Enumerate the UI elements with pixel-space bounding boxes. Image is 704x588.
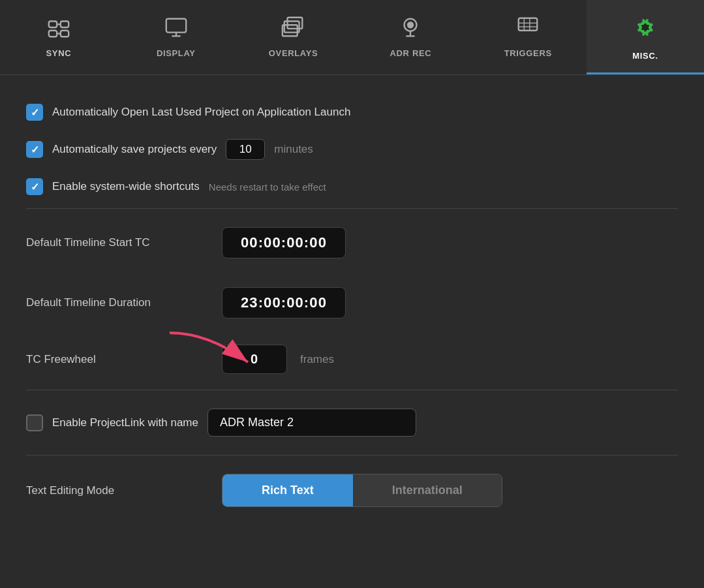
overlays-icon — [281, 15, 306, 43]
tc-freewheel-row: TC Freewheel 0 frames — [26, 333, 678, 386]
timeline-start-value[interactable]: 00:00:00:00 — [222, 227, 346, 258]
divider-2 — [26, 390, 678, 390]
svg-rect-1 — [61, 21, 69, 27]
projectlink-row: Enable ProjectLink with name — [26, 394, 678, 451]
svg-point-24 — [647, 28, 649, 30]
auto-save-row: ✓ Automatically save projects every minu… — [26, 130, 678, 169]
shortcuts-checkbox[interactable]: ✓ — [26, 178, 43, 195]
projectlink-label: Enable ProjectLink with name — [52, 416, 198, 429]
display-icon — [164, 15, 189, 43]
tc-freewheel-value[interactable]: 0 — [222, 345, 287, 374]
tab-misc-label: MISC. — [632, 51, 658, 61]
svg-point-27 — [641, 25, 643, 27]
projectlink-input[interactable] — [207, 409, 416, 437]
svg-rect-4 — [61, 30, 69, 37]
timeline-start-label: Default Timeline Start TC — [26, 236, 209, 249]
sync-icon — [46, 15, 71, 43]
auto-open-checkbox[interactable]: ✓ — [26, 104, 43, 121]
triggers-icon — [515, 15, 540, 43]
tc-freewheel-unit: frames — [300, 353, 334, 366]
text-mode-international-button[interactable]: International — [353, 474, 502, 506]
tc-freewheel-label: TC Freewheel — [26, 353, 209, 366]
svg-rect-0 — [49, 21, 57, 27]
svg-point-13 — [408, 22, 414, 27]
tab-overlays[interactable]: OVERLAYS — [235, 0, 352, 74]
tab-adr-rec[interactable]: ADR REC — [352, 0, 469, 74]
svg-point-23 — [647, 25, 649, 27]
misc-icon — [630, 12, 660, 46]
divider-3 — [26, 455, 678, 456]
svg-rect-3 — [49, 30, 57, 37]
tab-display-label: DISPLAY — [157, 48, 196, 58]
content-area: ✓ Automatically Open Last Used Project o… — [0, 75, 704, 541]
tab-triggers[interactable]: TRIGGERS — [469, 0, 587, 74]
tab-bar: SYNC DISPLAY OVERLAYS — [0, 0, 704, 75]
auto-save-checkbox[interactable]: ✓ — [26, 141, 43, 158]
svg-rect-9 — [287, 17, 302, 28]
tab-adr-rec-label: ADR REC — [390, 48, 432, 58]
timeline-duration-row: Default Timeline Duration 23:00:00:00 — [26, 273, 678, 333]
tab-sync[interactable]: SYNC — [0, 0, 117, 74]
auto-open-row: ✓ Automatically Open Last Used Project o… — [26, 95, 678, 130]
auto-save-input[interactable] — [226, 139, 265, 160]
tab-triggers-label: TRIGGERS — [504, 48, 552, 58]
shortcuts-row: ✓ Enable system-wide shortcuts Needs res… — [26, 169, 678, 204]
tab-overlays-label: OVERLAYS — [269, 48, 318, 58]
tab-sync-label: SYNC — [46, 48, 72, 58]
auto-save-unit: minutes — [274, 143, 313, 156]
text-mode-row: Text Editing Mode Rich Text Internationa… — [26, 459, 678, 521]
timeline-duration-label: Default Timeline Duration — [26, 296, 209, 309]
auto-open-label: Automatically Open Last Used Project on … — [52, 106, 350, 119]
projectlink-checkbox[interactable] — [26, 414, 43, 431]
auto-save-label: Automatically save projects every — [52, 143, 217, 156]
tab-misc[interactable]: MISC. — [587, 0, 704, 74]
text-mode-rich-button[interactable]: Rich Text — [222, 474, 353, 506]
svg-rect-16 — [519, 18, 538, 30]
shortcuts-label: Enable system-wide shortcuts — [52, 180, 200, 193]
svg-point-26 — [641, 28, 643, 30]
timeline-start-row: Default Timeline Start TC 00:00:00:00 — [26, 213, 678, 273]
timeline-duration-value[interactable]: 23:00:00:00 — [222, 287, 346, 318]
svg-point-22 — [645, 23, 647, 25]
divider-1 — [26, 208, 678, 209]
svg-rect-6 — [166, 18, 186, 32]
svg-point-25 — [645, 29, 647, 31]
shortcuts-note: Needs restart to take effect — [209, 181, 326, 193]
text-mode-toggle: Rich Text International — [222, 474, 502, 507]
tab-display[interactable]: DISPLAY — [117, 0, 235, 74]
adr-rec-icon — [398, 15, 423, 43]
text-mode-label: Text Editing Mode — [26, 484, 209, 497]
